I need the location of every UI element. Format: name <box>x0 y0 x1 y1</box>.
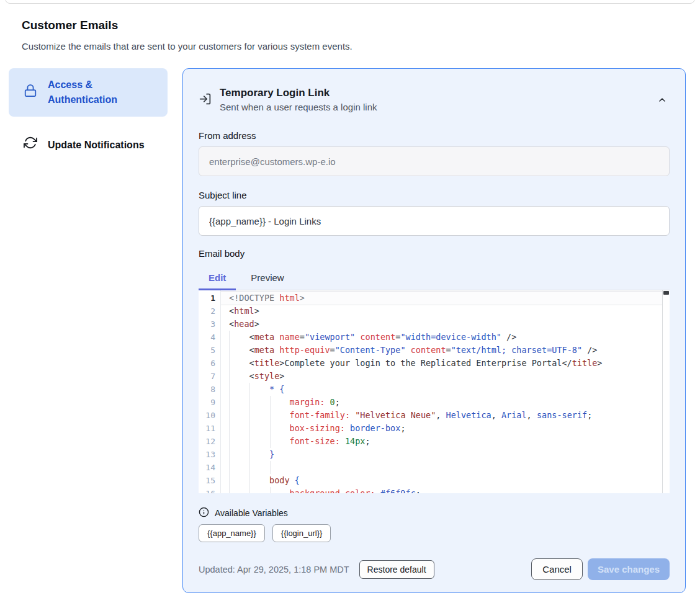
card-header: Temporary Login Link Sent when a user re… <box>199 85 670 114</box>
subject-line-input[interactable] <box>199 206 670 236</box>
editor-scrollbar-thumb[interactable] <box>663 291 669 295</box>
code-line[interactable]: font-family: "Helvetica Neue", Helvetica… <box>221 409 662 422</box>
line-number: 6 <box>199 357 220 370</box>
indent-guide <box>229 344 230 357</box>
line-number: 10 <box>199 409 220 422</box>
email-types-sidebar: Access & Authentication Update Notificat… <box>9 68 168 162</box>
indent-guide <box>249 422 250 435</box>
indent-guide <box>249 383 250 396</box>
indent-guide <box>229 448 230 461</box>
indent-guide <box>229 370 230 383</box>
sidebar-item-label: Update Notifications <box>48 138 145 153</box>
editor-line-numbers: 12345678910111213141516 <box>199 292 220 493</box>
indent-guide <box>270 461 271 474</box>
info-icon <box>199 507 209 519</box>
indent-guide <box>249 435 250 448</box>
indent-guide <box>270 422 271 435</box>
indent-guide <box>229 474 230 487</box>
line-number: 1 <box>199 292 220 305</box>
line-number: 12 <box>199 435 220 448</box>
indent-guide <box>249 474 250 487</box>
card-title: Temporary Login Link <box>220 85 377 101</box>
indent-guide <box>229 409 230 422</box>
indent-guide <box>270 435 271 448</box>
code-line[interactable]: <meta name="viewport" content="width=dev… <box>221 331 662 344</box>
code-line[interactable] <box>221 461 662 474</box>
updated-timestamp: Updated: Apr 29, 2025, 1:18 PM MDT <box>199 565 349 574</box>
available-variables-label: Available Variables <box>215 508 288 518</box>
indent-guide <box>229 461 230 474</box>
available-variables-row: Available Variables <box>199 507 670 519</box>
temporary-login-link-card: Temporary Login Link Sent when a user re… <box>182 68 686 593</box>
code-line[interactable]: <title>Complete your login to the Replic… <box>221 357 662 370</box>
email-body-code-editor[interactable]: 12345678910111213141516 <!DOCTYPE html><… <box>199 290 670 493</box>
page-subtitle: Customize the emails that are sent to yo… <box>22 41 352 51</box>
email-body-label: Email body <box>199 248 670 259</box>
code-line[interactable]: box-sizing: border-box; <box>221 422 662 435</box>
lock-icon <box>24 84 37 102</box>
indent-guide <box>249 448 250 461</box>
code-line[interactable]: } <box>221 448 662 461</box>
indent-guide <box>229 435 230 448</box>
indent-guide <box>229 357 230 370</box>
code-line[interactable]: <style> <box>221 370 662 383</box>
from-address-label: From address <box>199 130 670 141</box>
line-number: 15 <box>199 474 220 487</box>
indent-guide <box>270 396 271 409</box>
tab-preview[interactable]: Preview <box>241 267 294 290</box>
variable-chip-app-name[interactable]: {{app_name}} <box>199 524 265 542</box>
refresh-icon <box>24 136 37 154</box>
code-line[interactable]: <head> <box>221 318 662 331</box>
indent-guide <box>229 383 230 396</box>
cancel-button[interactable]: Cancel <box>531 558 583 580</box>
card-footer: Updated: Apr 29, 2025, 1:18 PM MDT Resto… <box>199 558 670 580</box>
customer-emails-page: Customer Emails Customize the emails tha… <box>0 0 700 608</box>
previous-card-bottom-edge <box>5 0 695 4</box>
indent-guide <box>229 396 230 409</box>
line-number: 14 <box>199 461 220 474</box>
editor-scrollbar[interactable] <box>662 290 670 493</box>
code-line[interactable]: <!DOCTYPE html> <box>221 292 662 305</box>
sidebar-item-access-authentication[interactable]: Access & Authentication <box>9 68 168 117</box>
indent-guide <box>249 409 250 422</box>
line-number: 11 <box>199 422 220 435</box>
indent-guide <box>270 487 271 493</box>
variable-chips: {{app_name}} {{login_url}} <box>199 524 670 542</box>
indent-guide <box>249 396 250 409</box>
line-number: 2 <box>199 305 220 318</box>
code-line[interactable]: * { <box>221 383 662 396</box>
indent-guide <box>270 409 271 422</box>
from-address-input[interactable] <box>199 146 670 176</box>
variable-chip-login-url[interactable]: {{login_url}} <box>272 524 331 542</box>
indent-guide <box>229 487 230 493</box>
indent-guide <box>249 487 250 493</box>
tab-edit[interactable]: Edit <box>199 267 236 290</box>
code-line[interactable]: <meta http-equiv="Content-Type" content=… <box>221 344 662 357</box>
code-line[interactable]: margin: 0; <box>221 396 662 409</box>
save-changes-button[interactable]: Save changes <box>588 558 670 580</box>
indent-guide <box>229 422 230 435</box>
chevron-up-icon <box>657 97 667 107</box>
code-line[interactable]: body { <box>221 474 662 487</box>
line-number: 7 <box>199 370 220 383</box>
log-in-icon <box>199 92 212 108</box>
code-line[interactable]: background-color: #f6f9fc; <box>221 487 662 493</box>
line-number: 3 <box>199 318 220 331</box>
sidebar-item-label: Access & Authentication <box>48 78 158 107</box>
line-number: 5 <box>199 344 220 357</box>
indent-guide <box>229 331 230 344</box>
indent-guide <box>249 461 250 474</box>
code-line[interactable]: font-size: 14px; <box>221 435 662 448</box>
restore-default-button[interactable]: Restore default <box>359 560 434 579</box>
collapse-button[interactable] <box>655 92 670 109</box>
line-number: 4 <box>199 331 220 344</box>
line-number: 8 <box>199 383 220 396</box>
page-title: Customer Emails <box>22 19 118 32</box>
line-number: 9 <box>199 396 220 409</box>
editor-code-area[interactable]: <!DOCTYPE html><html><head> <meta name="… <box>221 292 662 493</box>
line-number: 13 <box>199 448 220 461</box>
subject-line-label: Subject line <box>199 190 670 200</box>
code-line[interactable]: <html> <box>221 305 662 318</box>
card-subtitle: Sent when a user requests a login link <box>220 101 377 114</box>
sidebar-item-update-notifications[interactable]: Update Notifications <box>9 128 168 162</box>
